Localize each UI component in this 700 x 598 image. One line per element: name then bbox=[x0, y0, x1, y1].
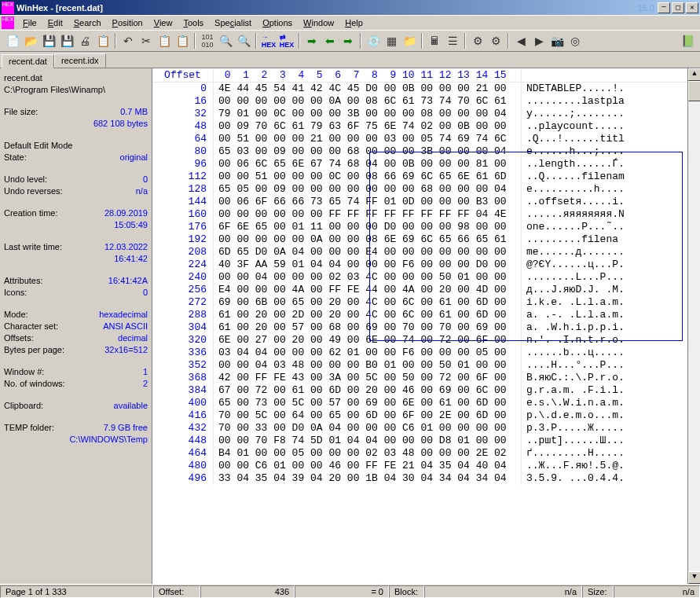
bytes-cell[interactable]: 00 51 00 00 00 21 00 00 00 03 00 05 74 6… bbox=[214, 133, 522, 145]
ascii-cell[interactable]: ..Q......filenam bbox=[522, 171, 700, 183]
mode-value[interactable]: hexadecimal bbox=[99, 309, 148, 320]
bytes-cell[interactable]: 00 00 70 F8 74 5D 01 04 04 00 00 00 D8 0… bbox=[214, 435, 522, 447]
print-icon[interactable]: 🖨 bbox=[77, 33, 93, 49]
hex-row[interactable]: 24000 00 04 00 00 00 02 03 4C 00 00 00 5… bbox=[152, 271, 700, 284]
hex-row[interactable]: 04E 44 45 54 41 42 4C 45 D0 00 0B 00 00 … bbox=[152, 83, 700, 95]
bytes-cell[interactable]: 00 00 00 00 00 0A 00 00 08 6E 69 6C 65 6… bbox=[214, 233, 522, 246]
menu-window[interactable]: Window bbox=[298, 17, 339, 29]
hex-row[interactable]: 28861 00 20 00 2D 00 20 00 4C 00 6C 00 6… bbox=[152, 309, 700, 321]
analysis-icon[interactable]: ⚙ bbox=[470, 33, 486, 49]
bytes-cell[interactable]: 00 00 04 00 00 00 02 03 4C 00 00 00 50 0… bbox=[214, 271, 522, 284]
bytes-cell[interactable]: 6F 6E 65 00 01 11 00 00 00 D0 00 00 00 9… bbox=[214, 221, 522, 233]
ascii-cell[interactable]: ....Н...°...P... bbox=[522, 359, 700, 372]
hex-row[interactable]: 49633 04 35 04 39 04 20 00 1B 04 30 04 3… bbox=[152, 472, 700, 485]
menu-help[interactable]: Help bbox=[339, 17, 368, 29]
bytes-cell[interactable]: 00 09 70 6C 61 79 63 6F 75 6E 74 02 00 0… bbox=[214, 120, 522, 133]
disk-icon[interactable]: 💿 bbox=[365, 33, 381, 49]
options-icon[interactable]: ⚙ bbox=[488, 33, 504, 49]
ascii-cell[interactable]: y......;........ bbox=[522, 108, 700, 120]
scroll-down-button[interactable]: ▼ bbox=[688, 571, 700, 584]
camera-icon[interactable]: 📷 bbox=[549, 33, 565, 49]
back-icon[interactable]: ⬅ bbox=[322, 33, 338, 49]
new-icon[interactable]: 📄 bbox=[5, 33, 20, 49]
menu-edit[interactable]: Edit bbox=[42, 17, 68, 29]
ascii-cell[interactable]: ґ.........H..... bbox=[522, 447, 700, 460]
hex-row[interactable]: 35200 00 04 03 48 00 00 00 B0 01 00 00 5… bbox=[152, 359, 700, 372]
bytes-cell[interactable]: E4 00 00 00 4A 00 FF FE 44 00 4A 00 20 0… bbox=[214, 284, 522, 296]
hex-row[interactable]: 3206E 00 27 00 20 00 49 00 6E 00 74 00 7… bbox=[152, 334, 700, 347]
vertical-scrollbar[interactable]: ▲ ▼ bbox=[687, 68, 700, 584]
bytes-cell[interactable]: 00 06 6C 65 6E 67 74 68 04 00 0B 00 00 0… bbox=[214, 158, 522, 171]
menu-options[interactable]: Options bbox=[257, 17, 298, 29]
ascii-cell[interactable]: ......яяяяяяяя.N bbox=[522, 208, 700, 221]
ascii-cell[interactable]: ........L...P... bbox=[522, 271, 700, 284]
offsets-value[interactable]: decimal bbox=[118, 332, 148, 343]
bytes-cell[interactable]: 65 00 73 00 5C 00 57 00 69 00 6E 00 61 0… bbox=[214, 397, 522, 409]
hex-row[interactable]: 38467 00 72 00 61 00 6D 00 20 00 46 00 6… bbox=[152, 384, 700, 397]
ascii-cell[interactable]: ......b...ц..... bbox=[522, 347, 700, 359]
hex-row[interactable]: 33603 04 04 00 00 00 62 01 00 00 F6 00 0… bbox=[152, 347, 700, 359]
ascii-cell[interactable]: @?ЄY......ц...Р. bbox=[522, 259, 700, 271]
ascii-cell[interactable]: e......h...;.... bbox=[522, 145, 700, 158]
undo-icon[interactable]: ↶ bbox=[120, 33, 136, 49]
hex-row[interactable]: 30461 00 20 00 57 00 68 00 69 00 70 00 7… bbox=[152, 321, 700, 334]
minimize-button[interactable]: ─ bbox=[658, 2, 670, 13]
bytes-cell[interactable]: 03 04 04 00 00 00 62 01 00 00 F6 00 00 0… bbox=[214, 347, 522, 359]
bytes-cell[interactable]: 70 00 33 00 D0 0A 04 00 00 00 C6 01 00 0… bbox=[214, 422, 522, 435]
hex-row[interactable]: 19200 00 00 00 00 0A 00 00 08 6E 69 6C 6… bbox=[152, 233, 700, 246]
hex-row[interactable]: 11200 00 51 00 00 00 0C 00 08 66 69 6C 6… bbox=[152, 171, 700, 183]
ascii-cell[interactable]: д...J.яюD.J. .M. bbox=[522, 284, 700, 296]
ascii-cell[interactable]: .........lastpla bbox=[522, 95, 700, 108]
ascii-cell[interactable]: .Q...!......titl bbox=[522, 133, 700, 145]
replace-hex-icon[interactable]: ⇄HEX bbox=[279, 33, 295, 49]
ascii-cell[interactable]: B.яюC.:.\.P.r.o. bbox=[522, 372, 700, 384]
hex-row[interactable]: 464B4 01 00 00 05 00 00 00 02 03 48 00 0… bbox=[152, 447, 700, 460]
hex-editor[interactable]: Offset 0 1 2 3 4 5 6 7 8 9 10 11 12 13 1… bbox=[152, 68, 700, 584]
next-icon[interactable]: ▶ bbox=[531, 33, 547, 49]
hex-row[interactable]: 27269 00 6B 00 65 00 20 00 4C 00 6C 00 6… bbox=[152, 296, 700, 309]
menu-view[interactable]: View bbox=[148, 17, 178, 29]
hex-row[interactable]: 44800 00 70 F8 74 5D 01 04 04 00 00 00 D… bbox=[152, 435, 700, 447]
calc-icon[interactable]: 🖩 bbox=[427, 33, 442, 49]
saveas-icon[interactable]: 💾 bbox=[59, 33, 75, 49]
close-button[interactable]: ✕ bbox=[686, 2, 698, 13]
hex-row[interactable]: 6400 51 00 00 00 21 00 00 00 03 00 05 74… bbox=[152, 133, 700, 145]
ascii-cell[interactable]: i.k.e. .L.l.a.m. bbox=[522, 296, 700, 309]
scroll-up-button[interactable]: ▲ bbox=[688, 68, 700, 81]
bytes-cell[interactable]: 40 3F AA 59 01 04 04 00 00 00 F6 00 00 0… bbox=[214, 259, 522, 271]
bytes-cell[interactable]: 70 00 5C 00 64 00 65 00 6D 00 6F 00 2E 0… bbox=[214, 409, 522, 422]
forward-icon[interactable]: ➡ bbox=[340, 33, 356, 49]
bytes-cell[interactable]: 00 00 51 00 00 00 0C 00 08 66 69 6C 65 6… bbox=[214, 171, 522, 183]
scroll-thumb[interactable] bbox=[688, 81, 700, 101]
column-header[interactable]: 0 1 2 3 4 5 6 7 8 9 10 11 12 13 14 15 bbox=[214, 68, 522, 82]
find-text-icon[interactable]: 🔍 bbox=[236, 33, 251, 49]
help-icon[interactable]: 📗 bbox=[680, 33, 695, 49]
ascii-cell[interactable]: ..offsetя.....і. bbox=[522, 196, 700, 208]
ascii-cell[interactable]: p.3.Р.....Ж..... bbox=[522, 422, 700, 435]
cut-icon[interactable]: ✂ bbox=[138, 33, 154, 49]
ascii-cell[interactable]: ..length......Ѓ. bbox=[522, 158, 700, 171]
save-icon[interactable]: 💾 bbox=[41, 33, 57, 49]
find-icon[interactable]: 📋 bbox=[95, 33, 111, 49]
offset-header[interactable]: Offset bbox=[152, 68, 214, 82]
hex-row[interactable]: 43270 00 33 00 D0 0A 04 00 00 00 C6 01 0… bbox=[152, 422, 700, 435]
ascii-cell[interactable]: ..pшt]......Ш... bbox=[522, 435, 700, 447]
hex-body[interactable]: 04E 44 45 54 41 42 4C 45 D0 00 0B 00 00 … bbox=[152, 83, 700, 570]
menu-specialist[interactable]: Specialist bbox=[209, 17, 257, 29]
hex-row[interactable]: 12865 05 00 09 00 00 00 00 00 00 00 68 0… bbox=[152, 183, 700, 196]
ascii-cell[interactable]: 3.5.9. ...0.4.4. bbox=[522, 472, 700, 485]
ascii-cell[interactable]: .........filena bbox=[522, 233, 700, 246]
ascii-cell[interactable]: me......д....... bbox=[522, 246, 700, 259]
ascii-cell[interactable]: one......Р...˜.. bbox=[522, 221, 700, 233]
bytes-cell[interactable]: 4E 44 45 54 41 42 4C 45 D0 00 0B 00 00 0… bbox=[214, 83, 522, 95]
hex-row[interactable]: 22440 3F AA 59 01 04 04 00 00 00 F6 00 0… bbox=[152, 259, 700, 271]
find-hex-icon[interactable]: 🔍 bbox=[218, 33, 233, 49]
hex-row[interactable]: 4800 09 70 6C 61 79 63 6F 75 6E 74 02 00… bbox=[152, 120, 700, 133]
bytes-cell[interactable]: 69 00 6B 00 65 00 20 00 4C 00 6C 00 61 0… bbox=[214, 296, 522, 309]
hex-row[interactable]: 256E4 00 00 00 4A 00 FF FE 44 00 4A 00 2… bbox=[152, 284, 700, 296]
ram-icon[interactable]: ▦ bbox=[383, 33, 399, 49]
ascii-cell[interactable]: n.'. .I.n.t.r.o. bbox=[522, 334, 700, 347]
interpret-icon[interactable]: ☰ bbox=[445, 33, 460, 49]
ascii-cell[interactable]: e..........h.... bbox=[522, 183, 700, 196]
bytes-cell[interactable]: 00 00 04 03 48 00 00 00 B0 01 00 00 50 0… bbox=[214, 359, 522, 372]
